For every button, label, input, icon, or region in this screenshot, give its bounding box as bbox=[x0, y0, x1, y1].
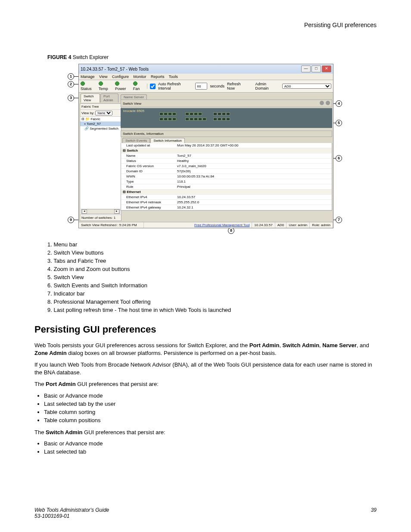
tree-node-selected[interactable]: ▪ Tom2_57 bbox=[80, 121, 121, 126]
tree-spacer bbox=[80, 131, 121, 208]
table-section[interactable]: ⊟ Switch bbox=[121, 148, 332, 153]
status-button[interactable]: Status bbox=[81, 81, 96, 91]
refresh-now-button[interactable]: Refresh Now bbox=[227, 82, 249, 90]
left-column: Switch View Port Admin Fabric Tree View … bbox=[79, 93, 121, 222]
callout-2: 2 bbox=[68, 81, 74, 87]
port-icon[interactable] bbox=[198, 112, 202, 115]
auto-refresh-label: Auto Refresh Interval bbox=[158, 82, 193, 90]
port-icon[interactable] bbox=[164, 118, 168, 121]
scroll-left-icon[interactable]: ◂ bbox=[82, 209, 87, 214]
menu-tools[interactable]: Tools bbox=[169, 75, 178, 79]
port-group bbox=[185, 112, 202, 115]
section-label: ⊟ Switch bbox=[121, 148, 172, 153]
tab-switch-events[interactable]: Switch Events bbox=[122, 138, 150, 143]
port-icon[interactable] bbox=[185, 112, 189, 115]
port-icon[interactable] bbox=[168, 118, 172, 121]
tab-name-server[interactable]: Name Server bbox=[121, 94, 147, 100]
port-icon[interactable] bbox=[159, 112, 163, 115]
port-icon[interactable] bbox=[218, 118, 221, 121]
seconds-label: seconds bbox=[210, 84, 224, 88]
port-group bbox=[159, 112, 176, 115]
tree-root[interactable]: ⊟ 📁 Fabric bbox=[80, 117, 121, 121]
port-icon[interactable] bbox=[213, 118, 217, 121]
tab-switch-view[interactable]: Switch View bbox=[81, 93, 100, 103]
legend-item: 9. Last polling refresh time - The host … bbox=[47, 307, 377, 313]
port-icon[interactable] bbox=[218, 112, 221, 115]
cell-value: 10.24.32.1 bbox=[175, 205, 332, 210]
zoom-out-icon[interactable] bbox=[326, 101, 330, 105]
zoom-in-icon[interactable] bbox=[320, 101, 324, 105]
table-row: Domain ID57(0x39) bbox=[121, 169, 332, 174]
h-scrollbar[interactable]: ◂▸ bbox=[81, 209, 120, 214]
port-icon[interactable] bbox=[222, 118, 226, 121]
menu-manage[interactable]: Manage bbox=[81, 75, 95, 79]
maximize-button[interactable]: □ bbox=[311, 65, 321, 72]
port-icon[interactable] bbox=[213, 112, 217, 115]
menu-reports[interactable]: Reports bbox=[151, 75, 165, 79]
cell-value: 118.1 bbox=[175, 179, 332, 184]
info-tabstrip: Switch Events Switch Information bbox=[121, 137, 332, 143]
temp-button[interactable]: Temp bbox=[99, 81, 112, 91]
port-icon[interactable] bbox=[164, 112, 168, 115]
interval-input[interactable] bbox=[195, 83, 207, 90]
power-button[interactable]: Power bbox=[115, 81, 131, 91]
port-group bbox=[213, 112, 230, 115]
menu-view[interactable]: View bbox=[99, 75, 107, 79]
status-refresh-time: Switch View Refreshed : 5:24:26 PM bbox=[79, 222, 144, 228]
main-area: Switch View Port Admin Fabric Tree View … bbox=[79, 93, 333, 222]
switch-view-buttons: Status Temp Power Fan Auto Refresh Inter… bbox=[79, 80, 333, 93]
port-icon[interactable] bbox=[172, 118, 176, 121]
professional-tool-link[interactable]: Free Professional Management Tool bbox=[194, 223, 249, 227]
titlebar: 10.24.33.57 - Tom2_57 - Web Tools — □ ✕ bbox=[79, 64, 333, 74]
table-section[interactable]: ⊟ Ethernet bbox=[121, 190, 332, 195]
view-by-select[interactable]: Name bbox=[95, 111, 112, 115]
port-group bbox=[185, 118, 206, 121]
switch-view-label: Switch View bbox=[123, 102, 141, 106]
port-icon[interactable] bbox=[194, 118, 198, 121]
tree-node[interactable]: 🔗 Segmented Switch bbox=[80, 126, 121, 131]
cell-key: Ethernet IPv4 bbox=[121, 195, 175, 199]
port-icon[interactable] bbox=[194, 112, 198, 115]
tab-switch-information[interactable]: Switch Information bbox=[150, 138, 185, 143]
callout-9: 9 bbox=[68, 217, 74, 223]
cell-key: Type bbox=[121, 179, 175, 184]
port-icon[interactable] bbox=[172, 112, 176, 115]
legend-item: 3. Tabs and Fabric Tree bbox=[47, 258, 377, 264]
text: Web Tools persists your GUI preferences … bbox=[34, 342, 249, 348]
bold-text: Zone Admin bbox=[34, 350, 67, 356]
cell-key: Fabric OS version bbox=[121, 164, 175, 168]
bold-text: Name Server bbox=[322, 342, 357, 348]
tab-port-admin[interactable]: Port Admin bbox=[100, 93, 118, 103]
text: , and bbox=[357, 342, 369, 348]
port-icon[interactable] bbox=[202, 118, 206, 121]
list-item: Last selected tab by the user bbox=[44, 401, 377, 407]
port-icon[interactable] bbox=[168, 112, 172, 115]
port-icon[interactable] bbox=[222, 112, 226, 115]
scroll-right-icon[interactable]: ▸ bbox=[114, 209, 119, 214]
auto-refresh-checkbox[interactable] bbox=[150, 84, 156, 89]
view-by-label: View by: bbox=[81, 111, 94, 115]
port-icon[interactable] bbox=[185, 118, 189, 121]
admin-domain-select[interactable]: AD0 bbox=[282, 84, 331, 89]
cell-value: 255.255.252.0 bbox=[175, 200, 332, 205]
close-button[interactable]: ✕ bbox=[322, 65, 331, 72]
switch-graphic[interactable]: brocade 6505 bbox=[121, 108, 332, 128]
port-icon[interactable] bbox=[198, 118, 202, 121]
port-icon[interactable] bbox=[226, 112, 230, 115]
paragraph: The Port Admin GUI preferences that pers… bbox=[34, 380, 377, 388]
list-item: Basic or Advance mode bbox=[44, 440, 377, 447]
port-icon[interactable] bbox=[190, 118, 193, 121]
callout-5: 5 bbox=[336, 120, 342, 126]
port-icon[interactable] bbox=[159, 118, 163, 121]
page-footer: Web Tools Administrator's Guide 53-10031… bbox=[34, 507, 377, 519]
port-icon[interactable] bbox=[226, 118, 230, 121]
port-icon[interactable] bbox=[190, 112, 193, 115]
fan-button[interactable]: Fan bbox=[133, 81, 144, 91]
menu-monitor[interactable]: Monitor bbox=[133, 75, 146, 79]
table-row: Ethernet IPv4 netmask255.255.252.0 bbox=[121, 200, 332, 205]
minimize-button[interactable]: — bbox=[301, 65, 311, 72]
menu-configure[interactable]: Configure bbox=[112, 75, 129, 79]
callout-line bbox=[74, 76, 78, 77]
fabric-tree-panel: Fabric Tree View by: Name ⊟ 📁 Fabric ▪ T… bbox=[80, 103, 121, 221]
cell-key: Role bbox=[121, 184, 175, 189]
